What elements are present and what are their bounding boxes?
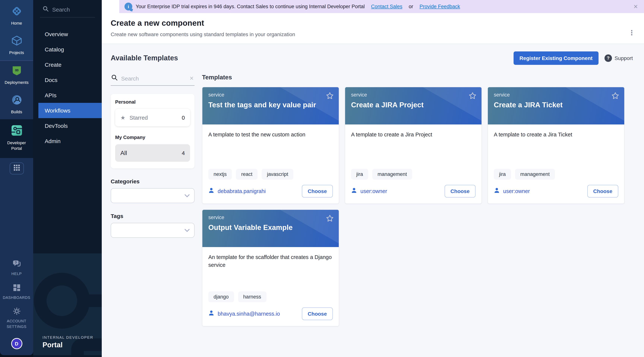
categories-filter-group: Categories [111,178,194,203]
sidenav-item-overview[interactable]: Overview [33,26,102,42]
help-button[interactable]: ? HELP [0,256,33,280]
template-card: service Test the tags and key value pair… [202,87,339,204]
developer-portal-icon [10,125,22,138]
star-outline-icon[interactable] [611,92,620,101]
info-icon: i [124,2,132,10]
support-label: Support [614,55,633,61]
choose-button[interactable]: Choose [302,185,333,198]
sidenav-item-workflows[interactable]: Workflows [38,103,102,118]
svg-text:?: ? [15,261,17,264]
rail-group-top: Home Projects [0,0,33,60]
rail-item-label: Home [11,20,22,26]
rail-item-home[interactable]: Home [0,2,33,31]
card-tags: nextjs react javascript [208,169,333,180]
card-header: service Create a JIRA Ticket [488,87,624,124]
card-footer: debabrata.panigrahi Choose [202,180,339,204]
card-footer: bhavya.sinha@harness.io Choose [202,302,339,326]
rail-item-builds[interactable]: Builds [0,90,33,120]
templates-section: Templates service Test the tags and key … [202,74,633,326]
rail-item-deployments[interactable]: ∞ Deployments [0,60,33,90]
deployments-shield-icon: ∞ [11,65,22,77]
sidenav-item-devtools[interactable]: DevTools [33,118,102,134]
kebab-menu-icon[interactable]: ⋮ [628,30,635,36]
card-tags: django harness [208,292,333,302]
search-placeholder: Search [121,75,186,82]
star-outline-icon[interactable] [468,92,477,101]
owner-link[interactable]: user:owner [360,188,387,194]
personal-label: Personal [115,99,190,105]
categories-select[interactable] [111,188,194,203]
templates-heading: Templates [202,74,633,81]
tags-filter-group: Tags [111,213,194,238]
starred-filter-row[interactable]: ★ Starred 0 [115,109,190,126]
rail-group-mid: ∞ Deployments Builds [0,60,33,119]
owner-link[interactable]: bhavya.sinha@harness.io [218,311,280,317]
harness-home-icon [11,6,22,18]
page-subtitle: Create new software components using sta… [111,31,635,37]
clear-search-icon[interactable]: ✕ [190,75,194,81]
support-button[interactable]: ? Support [604,54,633,62]
page-header: Create a new component Create new softwa… [102,13,644,44]
filters-panel: Search ✕ Personal ★ Starred 0 My Company [111,74,194,326]
sidenav-item-catalog[interactable]: Catalog [33,42,102,57]
sidenav-item-docs[interactable]: Docs [33,72,102,88]
card-body: An template for the scaffolder that crea… [202,247,339,302]
choose-button[interactable]: Choose [587,185,618,198]
register-existing-component-button[interactable]: Register Existing Component [514,52,598,65]
left-sidebars: Home Projects ∞ Deployments [0,0,102,357]
star-outline-icon[interactable] [326,214,334,224]
card-header: service Create a JIRA Project [345,87,482,124]
provide-feedback-link[interactable]: Provide Feedback [420,4,460,9]
card-type: service [351,92,476,98]
tags-label: Tags [111,213,194,219]
tags-select[interactable] [111,223,194,238]
sidenav-item-apis[interactable]: APIs [33,88,102,103]
dashboards-button[interactable]: DASHBOARDS [0,280,33,304]
rail-item-label: Builds [11,109,22,114]
card-footer: user:owner Choose [488,180,624,204]
gear-icon [12,307,21,317]
choose-button[interactable]: Choose [302,308,333,320]
chevron-down-icon [184,227,190,234]
card-type: service [494,92,618,98]
tag-pill: django [208,292,234,302]
tag-pill: nextjs [208,169,232,180]
module-grid-button[interactable] [10,162,24,174]
template-search-input[interactable]: Search ✕ [111,74,194,86]
trial-banner: i Your Enterprise IDP trial expires in 9… [119,0,644,13]
page-title: Create a new component [111,19,635,28]
spacer [115,126,190,134]
dashboards-label: DASHBOARDS [3,295,30,300]
rail-grid-section [0,158,33,180]
rail-item-projects[interactable]: Projects [0,31,33,60]
owner-link[interactable]: debabrata.panigrahi [218,188,266,194]
tag-pill: react [236,169,258,180]
card-body: A template to create a Jira Ticket jira … [488,124,624,180]
user-avatar[interactable]: D [11,338,22,349]
sidenav-item-admin[interactable]: Admin [33,134,102,149]
card-body: A template to create a Jira Project jira… [345,124,482,180]
brand-title: Portal [42,341,93,349]
account-settings-button[interactable]: ACCOUNT SETTINGS [0,304,33,333]
card-body: A template to test the new custom action… [202,124,339,180]
tag-pill: jira [494,169,511,180]
cube-icon [11,35,22,48]
rail-item-label: Deployments [5,80,28,85]
choose-button[interactable]: Choose [444,185,476,198]
all-filter-row[interactable]: All 4 [115,144,190,162]
card-description: A template to test the new custom action [208,131,333,139]
sidenav-brand: INTERNAL DEVELOPER Portal [42,336,93,349]
rail-spacer [0,180,33,256]
owner-link[interactable]: user:owner [503,188,530,194]
star-outline-icon[interactable] [326,92,334,101]
sidenav-item-create[interactable]: Create [33,57,102,72]
search-icon [112,74,118,82]
tag-pill: harness [238,292,266,302]
person-icon [351,188,357,195]
rail-item-developer-portal[interactable]: Developer Portal [0,120,33,158]
all-label: All [120,150,127,156]
contact-sales-link[interactable]: Contact Sales [371,4,402,9]
sidenav-search[interactable]: Search [33,0,102,17]
banner-close-icon[interactable]: ✕ [634,4,638,9]
card-title: Create a JIRA Project [351,101,476,109]
